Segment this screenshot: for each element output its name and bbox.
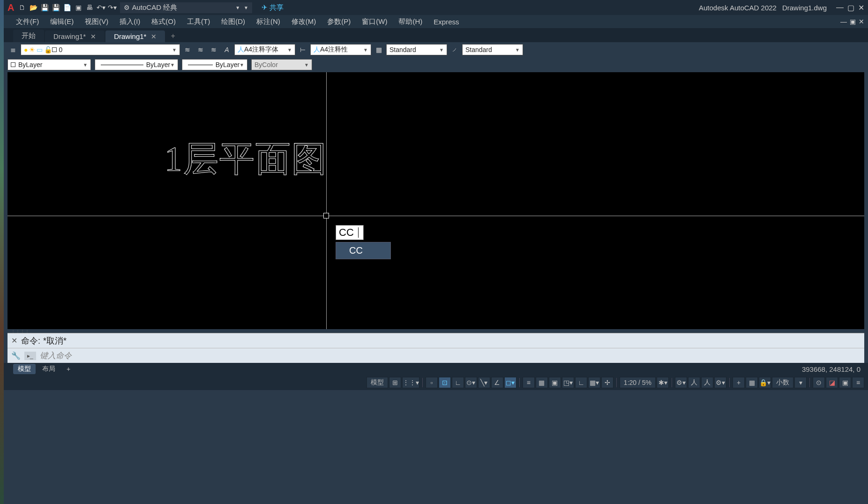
maximize-button[interactable]: ▢	[847, 3, 854, 12]
redo-icon[interactable]: ↷▾	[108, 3, 116, 12]
menu-file[interactable]: 文件(F)	[11, 16, 44, 27]
annotation-scale[interactable]: 1:20 / 5%	[620, 377, 656, 388]
table-style-icon[interactable]: ▦	[373, 44, 384, 55]
dim-style-label: A4注释性	[320, 45, 348, 54]
workspace-switch[interactable]: ⚙▾	[714, 377, 726, 388]
transparency-toggle[interactable]: ▦	[536, 377, 548, 388]
selection-filter-toggle[interactable]: ▦▾	[588, 377, 600, 388]
menu-insert[interactable]: 插入(I)	[115, 16, 145, 27]
saveall-icon[interactable]: 💾	[52, 3, 60, 12]
share-label: 共享	[269, 3, 284, 12]
share-button[interactable]: ✈ 共享	[262, 3, 284, 12]
layer-tool-icon[interactable]: ≋	[208, 44, 219, 55]
dim-icon[interactable]: ⊢	[297, 44, 308, 55]
close-button[interactable]: ✕	[858, 3, 864, 12]
sub-minimize-button[interactable]: —	[840, 18, 847, 25]
tab-close-icon[interactable]: ✕	[151, 33, 157, 40]
canvas-text-entity[interactable]: 1层平面图	[165, 135, 328, 183]
open-icon[interactable]: 📂	[29, 3, 37, 12]
grid-toggle[interactable]: ⊞	[389, 377, 401, 388]
snap-toggle[interactable]: ⋮⋮▾	[402, 377, 419, 388]
minimize-button[interactable]: —	[836, 3, 844, 12]
anno-auto-toggle[interactable]: ⚙▾	[675, 377, 687, 388]
menu-dim[interactable]: 标注(N)	[252, 16, 285, 27]
new-tab-button[interactable]: +	[166, 30, 180, 42]
anno-visibility-toggle[interactable]: ✱▾	[657, 377, 669, 388]
menu-tools[interactable]: 工具(T)	[182, 16, 215, 27]
wrench-icon[interactable]: 🔧	[11, 351, 21, 360]
quickprops-toggle[interactable]: ▦	[746, 377, 758, 388]
model-space-button[interactable]: 模型	[367, 377, 388, 388]
text-icon[interactable]: A	[221, 44, 232, 55]
workspace-selector[interactable]: ⚙ AutoCAD 经典 ▼ ▼	[120, 2, 252, 13]
menu-draw[interactable]: 绘图(D)	[217, 16, 250, 27]
anno-monitor-toggle[interactable]: +	[733, 377, 745, 388]
anno-scale2-toggle[interactable]: 人	[701, 377, 713, 388]
menu-modify[interactable]: 修改(M)	[287, 16, 321, 27]
dynamic-ucs-toggle[interactable]: ∟	[575, 377, 587, 388]
layout-tab[interactable]: 布局	[37, 364, 60, 374]
selection-cycling-toggle[interactable]: ▣	[549, 377, 561, 388]
save-icon[interactable]: 💾	[40, 3, 49, 12]
layer-tool-icon[interactable]: ≋	[195, 44, 206, 55]
lineweight-combo[interactable]: ByLayer ▼	[182, 59, 247, 70]
tab-drawing1b[interactable]: Drawing1* ✕	[105, 30, 165, 42]
customize-toggle[interactable]: ▾	[794, 377, 807, 388]
saveas-icon[interactable]: 📄	[63, 3, 71, 12]
file-title: Drawing1.dwg	[782, 4, 827, 12]
command-prompt[interactable]: 🔧 ▸_ 键入命令	[7, 348, 864, 363]
customize-statusbar[interactable]: ≡	[852, 377, 864, 388]
mleader-style-icon[interactable]: ⟋	[449, 44, 460, 55]
grip-handle[interactable]: ⋮⋮⋮⋮	[7, 329, 864, 333]
sub-close-button[interactable]: ✕	[859, 18, 864, 25]
table-style-combo[interactable]: Standard ▼	[386, 44, 447, 55]
tab-start[interactable]: 开始	[13, 30, 44, 42]
menu-view[interactable]: 视图(V)	[80, 16, 113, 27]
gizmo-toggle[interactable]: ✢	[601, 377, 614, 388]
iso-toggle[interactable]: ╲▾	[478, 377, 490, 388]
sub-restore-button[interactable]: ▣	[850, 18, 856, 25]
undo-icon[interactable]: ↶▾	[97, 3, 105, 12]
layer-combo[interactable]: ● ☀ ▭ 🔓 0 ▼	[21, 44, 180, 55]
menu-express[interactable]: Express	[429, 17, 464, 27]
layer-tool-icon[interactable]: ≋	[182, 44, 193, 55]
lineweight-label: ByLayer	[216, 61, 239, 68]
menu-window[interactable]: 窗口(W)	[357, 16, 392, 27]
clean-screen-toggle[interactable]: ▣	[839, 377, 851, 388]
close-cmdline-icon[interactable]: ✕	[11, 336, 17, 345]
lineweight-toggle[interactable]: ≡	[523, 377, 535, 388]
menu-help[interactable]: 帮助(H)	[394, 16, 427, 27]
menu-format[interactable]: 格式(O)	[147, 16, 180, 27]
layer-prop-icon[interactable]: ≣	[7, 44, 19, 55]
hw-accel-toggle[interactable]: ⊙	[813, 377, 825, 388]
menu-param[interactable]: 参数(P)	[322, 16, 355, 27]
lock-ui-toggle[interactable]: 🔒▾	[759, 377, 771, 388]
otrack-toggle[interactable]: ∠	[491, 377, 503, 388]
polar-toggle[interactable]: ⊙▾	[465, 377, 477, 388]
osnap-toggle[interactable]: ◻▾	[504, 377, 516, 388]
new-icon[interactable]: 🗋	[18, 3, 26, 12]
anno-scale-toggle[interactable]: 人	[688, 377, 700, 388]
dim-style-combo[interactable]: 人 A4注释性 ▼	[310, 44, 371, 55]
autocomplete-suggestion[interactable]: CC	[336, 242, 391, 259]
print-icon[interactable]: 🖶	[85, 3, 94, 12]
add-layout-button[interactable]: +	[62, 364, 75, 374]
dynamic-input-toggle[interactable]: ⊡	[439, 377, 451, 388]
text-style-combo[interactable]: 人 A4注释字体 ▼	[234, 44, 295, 55]
units-display[interactable]: 小数	[772, 377, 793, 388]
linetype-combo[interactable]: ByLayer ▼	[95, 59, 178, 70]
dynamic-input[interactable]: CC	[336, 225, 364, 240]
infer-toggle[interactable]: ▫	[426, 377, 438, 388]
tab-close-icon[interactable]: ✕	[90, 33, 96, 40]
model-tab[interactable]: 模型	[13, 364, 36, 374]
drawing-canvas[interactable]: 1层平面图 CC CC	[7, 72, 864, 329]
app-logo[interactable]: A	[7, 2, 14, 13]
ortho-toggle[interactable]: ∟	[452, 377, 464, 388]
3dosnap-toggle[interactable]: ◳▾	[562, 377, 574, 388]
tab-drawing1a[interactable]: Drawing1* ✕	[45, 30, 105, 42]
mleader-style-combo[interactable]: Standard ▼	[462, 44, 523, 55]
isolate-toggle[interactable]: ◪	[826, 377, 838, 388]
open2-icon[interactable]: ▣	[74, 3, 82, 12]
menu-edit[interactable]: 编辑(E)	[45, 16, 78, 27]
color-combo[interactable]: ByLayer ▼	[7, 59, 91, 70]
